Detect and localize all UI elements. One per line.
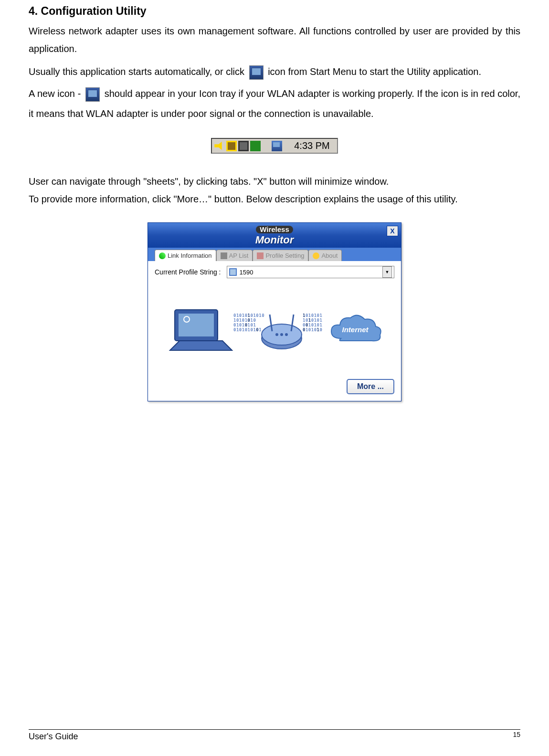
system-time: 4:33 PM [289,140,334,151]
binary-overlay-1: 0101010101010101010010101010101010101 [233,313,264,332]
tab-link-label: Link Information [168,252,212,259]
paragraph-2a: Usually this application starts automati… [29,66,247,77]
chevron-down-icon[interactable]: ▼ [382,266,392,278]
profile-setting-icon [257,252,264,259]
monitor-title-main: Monitor [255,234,294,246]
tab-profile-setting[interactable]: Profile Setting [253,250,308,261]
speaker-icon[interactable] [214,141,225,151]
svg-point-9 [280,333,283,336]
monitor-title: Wireless Monitor [255,226,294,245]
router-icon [258,310,306,353]
section-title: 4. Configuration Utility [29,5,520,18]
tab-profile-label: Profile Setting [265,252,304,259]
profile-label: Current Profile String : [155,268,221,276]
tab-about-label: About [321,252,338,259]
more-button[interactable]: More ... [347,379,394,394]
monitor-title-top: Wireless [256,226,293,233]
ap-list-icon [221,252,227,259]
wireless-monitor-window: Wireless Monitor X Link Information AP L… [148,222,401,401]
page-footer: User's Guide 15 [29,729,520,742]
paragraph-2: Usually this application starts automati… [29,62,520,82]
svg-point-8 [275,333,278,336]
paragraph-4: User can navigate through "sheets", by c… [29,173,520,190]
binary-overlay-2: 1010101101010100101010101010 [303,313,322,332]
paragraph-3b: should appear in your Icon tray if your … [29,88,520,119]
footer-guide-label: User's Guide [29,732,78,742]
profile-select[interactable]: 1590 ▼ [227,266,395,278]
laptop-icon [165,305,237,357]
monitor-icon[interactable] [226,141,237,151]
device-icon[interactable] [238,141,249,151]
close-button[interactable]: X [387,226,398,236]
monitor-titlebar: Wireless Monitor X [148,223,401,248]
tab-link-information[interactable]: Link Information [155,250,216,261]
paragraph-3: A new icon - should appear in your Icon … [29,84,520,124]
tab-ap-list[interactable]: AP List [216,250,253,261]
profile-select-icon [229,268,237,276]
tab-ap-label: AP List [229,252,249,259]
paragraph-3a: A new icon - [29,88,84,99]
connection-diagram: 0101010101010101010010101010101010101 10… [155,287,394,375]
clock-sync-icon[interactable] [250,141,261,151]
link-info-icon [159,252,166,259]
paragraph-2b: icon from Start Menu to start the Utilit… [268,66,481,77]
internet-label: Internet [342,326,369,334]
paragraph-1: Wireless network adapter uses its own ma… [29,22,520,58]
svg-point-10 [285,333,288,336]
paragraph-5: To provide more information, click "More… [29,190,520,208]
start-menu-utility-icon [249,65,264,80]
about-icon [313,252,319,259]
wlan-tray-icon[interactable] [272,141,282,151]
tray-utility-icon [85,87,100,102]
monitor-body: Current Profile String : 1590 ▼ [148,261,401,401]
page-number: 15 [513,731,520,741]
monitor-tabs: Link Information AP List Profile Setting… [148,248,401,261]
system-tray: 4:33 PM [211,138,338,154]
internet-cloud-icon: Internet [327,312,384,350]
svg-rect-1 [179,314,214,336]
profile-select-value: 1590 [240,269,383,276]
tab-about[interactable]: About [308,250,342,261]
svg-marker-2 [170,341,232,350]
